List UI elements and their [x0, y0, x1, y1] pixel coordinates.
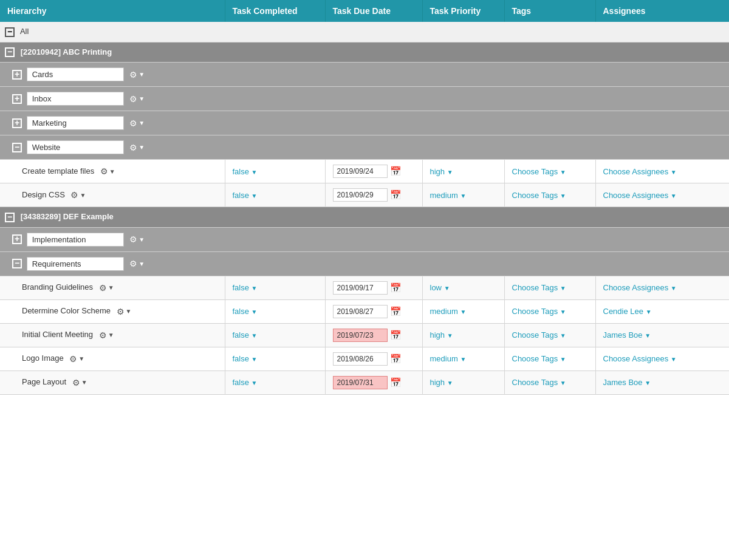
assignees-btn[interactable]: Cendie Lee [603, 307, 644, 316]
priority-caret[interactable]: ▼ [460, 193, 466, 199]
gear-btn[interactable]: ⚙▼ [129, 94, 145, 104]
tags-btn[interactable]: Choose Tags [512, 378, 558, 387]
date-input[interactable] [333, 352, 388, 366]
task-gear-btn[interactable]: ⚙▼ [69, 354, 84, 364]
task-gear-btn[interactable]: ⚙▼ [99, 283, 114, 293]
task-gear-btn[interactable]: ⚙▼ [99, 330, 114, 340]
toggle-subgroup[interactable]: + [12, 70, 22, 80]
calendar-icon[interactable]: 📅 [390, 282, 402, 293]
assignees-caret[interactable]: ▼ [671, 193, 677, 199]
priority-btn[interactable]: high [430, 330, 445, 340]
calendar-icon[interactable]: 📅 [390, 190, 402, 200]
gear-btn[interactable]: ⚙▼ [129, 143, 145, 152]
completed-caret[interactable]: ▼ [252, 356, 258, 363]
assignees-btn[interactable]: James Boe [603, 330, 643, 340]
col-header-priority: Task Priority [422, 0, 504, 22]
date-input[interactable] [333, 305, 388, 318]
gear-btn[interactable]: ⚙▼ [129, 118, 145, 128]
assignees-btn[interactable]: Choose Assignees [603, 283, 669, 292]
tags-caret[interactable]: ▼ [560, 380, 566, 386]
priority-caret[interactable]: ▼ [460, 309, 466, 315]
completed-caret[interactable]: ▼ [252, 169, 258, 176]
completed-caret[interactable]: ▼ [252, 309, 258, 315]
priority-caret[interactable]: ▼ [447, 169, 453, 176]
date-input[interactable] [333, 165, 388, 178]
priority-caret[interactable]: ▼ [447, 380, 453, 386]
tags-caret[interactable]: ▼ [560, 285, 566, 292]
assignees-btn[interactable]: James Boe [603, 378, 643, 387]
priority-btn[interactable]: medium [430, 354, 458, 363]
toggle-subgroup[interactable]: + [12, 234, 22, 244]
list-name-box: Cards [27, 67, 124, 81]
assignees-caret[interactable]: ▼ [646, 309, 652, 315]
gear-btn[interactable]: ⚙▼ [129, 70, 145, 80]
duedate-cell: 📅 [325, 370, 422, 394]
task-gear-btn[interactable]: ⚙▼ [100, 166, 115, 176]
completed-false-btn[interactable]: false [233, 191, 249, 200]
calendar-icon[interactable]: 📅 [390, 306, 402, 317]
toggle-subgroup[interactable]: − [12, 259, 22, 268]
duedate-cell: 📅 [325, 323, 422, 347]
completed-caret[interactable]: ▼ [252, 193, 258, 199]
tags-caret[interactable]: ▼ [560, 332, 566, 339]
tags-caret[interactable]: ▼ [560, 309, 566, 315]
priority-btn[interactable]: high [430, 378, 445, 387]
date-input[interactable] [333, 376, 388, 389]
completed-false-btn[interactable]: false [233, 330, 249, 340]
completed-cell: false ▼ [225, 299, 325, 323]
priority-caret[interactable]: ▼ [447, 332, 453, 339]
gear-btn[interactable]: ⚙▼ [129, 234, 145, 244]
tags-btn[interactable]: Choose Tags [512, 167, 558, 176]
calendar-icon[interactable]: 📅 [390, 377, 402, 388]
col-header-completed: Task Completed [225, 0, 325, 22]
tags-caret[interactable]: ▼ [560, 356, 566, 363]
calendar-icon[interactable]: 📅 [390, 353, 402, 364]
assignees-caret[interactable]: ▼ [645, 380, 651, 386]
assignees-caret[interactable]: ▼ [671, 285, 677, 292]
toggle-subgroup[interactable]: + [12, 118, 22, 128]
toggle-subgroup[interactable]: − [12, 143, 22, 152]
completed-false-btn[interactable]: false [233, 307, 249, 316]
priority-caret[interactable]: ▼ [460, 356, 466, 363]
calendar-icon[interactable]: 📅 [390, 166, 402, 177]
toggle-group[interactable]: − [5, 213, 15, 222]
assignees-btn[interactable]: Choose Assignees [603, 167, 669, 176]
toggle-subgroup[interactable]: + [12, 94, 22, 104]
priority-btn[interactable]: low [430, 283, 442, 292]
completed-caret[interactable]: ▼ [252, 332, 258, 339]
completed-caret[interactable]: ▼ [252, 380, 258, 386]
priority-btn[interactable]: medium [430, 307, 458, 316]
tags-btn[interactable]: Choose Tags [512, 191, 558, 200]
completed-caret[interactable]: ▼ [252, 285, 258, 292]
date-input[interactable] [333, 329, 388, 342]
assignees-btn[interactable]: Choose Assignees [603, 191, 669, 200]
priority-btn[interactable]: medium [430, 191, 458, 200]
completed-false-btn[interactable]: false [233, 378, 249, 387]
assignees-caret[interactable]: ▼ [645, 332, 651, 339]
date-input[interactable] [333, 188, 388, 202]
assignees-caret[interactable]: ▼ [671, 356, 677, 363]
tags-btn[interactable]: Choose Tags [512, 307, 558, 316]
completed-false-btn[interactable]: false [233, 354, 249, 363]
task-gear-btn[interactable]: ⚙▼ [72, 378, 87, 388]
priority-btn[interactable]: high [430, 167, 445, 176]
task-gear-btn[interactable]: ⚙▼ [117, 307, 132, 316]
assignees-btn[interactable]: Choose Assignees [603, 354, 669, 363]
toggle-minus-all[interactable]: − [5, 27, 15, 37]
completed-false-btn[interactable]: false [233, 283, 249, 292]
task-gear-btn[interactable]: ⚙▼ [70, 190, 86, 200]
tags-caret[interactable]: ▼ [560, 169, 566, 176]
tags-btn[interactable]: Choose Tags [512, 283, 558, 292]
toggle-group[interactable]: − [5, 47, 15, 57]
tags-caret[interactable]: ▼ [560, 193, 566, 199]
tags-btn[interactable]: Choose Tags [512, 330, 558, 340]
priority-caret[interactable]: ▼ [444, 285, 450, 292]
date-input[interactable] [333, 281, 388, 295]
gear-btn[interactable]: ⚙▼ [129, 259, 145, 268]
calendar-icon[interactable]: 📅 [390, 330, 402, 341]
completed-false-btn[interactable]: false [233, 167, 249, 176]
tags-btn[interactable]: Choose Tags [512, 354, 558, 363]
tags-cell: Choose Tags ▼ [504, 160, 595, 183]
assignees-caret[interactable]: ▼ [671, 169, 677, 176]
tags-cell: Choose Tags ▼ [504, 299, 595, 323]
